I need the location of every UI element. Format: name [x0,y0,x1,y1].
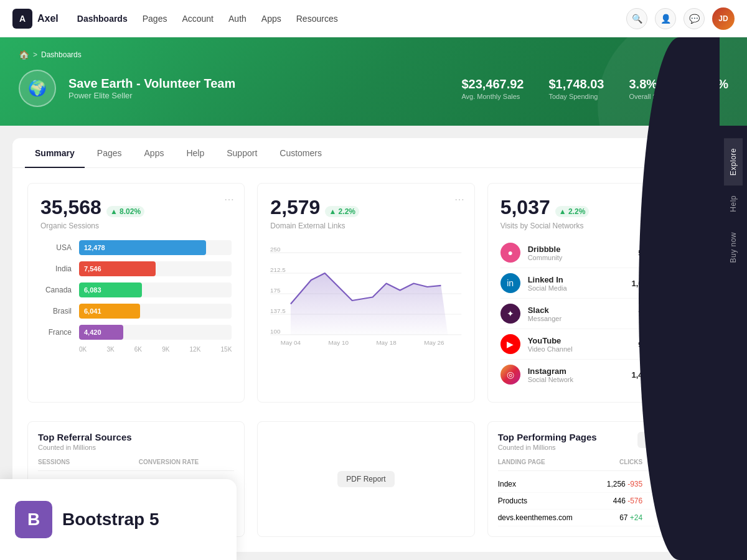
nav-apps[interactable]: Apps [261,14,281,24]
linkedin-icon: in [500,273,520,293]
bar-row-brasil: Brasil 6,041 [40,304,232,319]
tab-help[interactable]: Help [176,138,214,168]
metrics-grid: ⋯ 35,568 ▲ 8.02% Organic Sessions USA 12… [27,183,705,403]
breadcrumb-current: Dashboards [41,50,82,59]
tab-pages[interactable]: Pages [87,138,132,168]
sidebar-buynow[interactable]: Buy now [724,222,743,273]
breadcrumb-home[interactable]: 🏠 [19,50,29,60]
top-navigation: A Axel Dashboards Pages Account Auth App… [0,0,747,37]
svg-text:May 26: May 26 [425,339,445,346]
metric-external-links: ⋯ 2,579 ▲ 2.2% Domain External Links [257,183,474,403]
stat-monthly-sales-label: Avg. Monthly Sales [461,93,524,100]
logo-icon: A [12,9,32,29]
metric-value-2: 2,579 ▲ 2.2% [270,196,461,219]
youtube-icon: ▶ [500,334,520,354]
metric-badge-3: ▲ 2.2% [555,206,590,217]
svg-text:250: 250 [270,246,281,253]
metric-menu-1[interactable]: ⋯ [224,194,234,205]
svg-text:May 18: May 18 [377,339,397,346]
line-chart-container: 250 212.5 175 137.5 100 [270,238,461,352]
metric-badge-1: ▲ 8.02% [106,206,144,217]
dribbble-icon: ● [500,243,520,263]
bar-row-france: France 4,420 [40,325,232,340]
stat-monthly-sales: $23,467.92 Avg. Monthly Sales [461,77,524,100]
nav-account[interactable]: Account [182,14,214,24]
messages-button[interactable]: 💬 [684,8,705,29]
stat-monthly-sales-value: $23,467.92 [461,77,524,91]
tab-summary[interactable]: Summary [25,138,85,168]
org-info: Save Earth - Volunteer Team Power Elite … [68,77,235,100]
bar-axis: 0K 3K 6K 9K 12K 15K [40,346,232,353]
metric-menu-2[interactable]: ⋯ [454,194,464,205]
metric-organic-sessions: ⋯ 35,568 ▲ 8.02% Organic Sessions USA 12… [27,183,245,403]
svg-text:212.5: 212.5 [270,266,286,273]
notifications-button[interactable]: 👤 [655,8,676,29]
dark-decoration [639,37,720,560]
sidebar-explore[interactable]: Explore [724,138,743,185]
bar-row-canada: Canada 6,083 [40,282,232,297]
line-chart-svg: 250 212.5 175 137.5 100 [270,238,461,350]
org-name: Save Earth - Volunteer Team [68,77,235,91]
tab-apps[interactable]: Apps [134,138,174,168]
metric-badge-2: ▲ 2.2% [325,206,359,217]
bootstrap-icon: B [15,501,52,538]
bar-row-india: India 7,546 [40,261,232,276]
metric-value-1: 35,568 ▲ 8.02% [40,196,232,219]
referral-title: Top Referral Sources [38,432,234,442]
hero-banner: 🏠 > Dashboards 🌍 Save Earth - Volunteer … [0,37,747,126]
svg-text:137.5: 137.5 [270,307,286,314]
instagram-icon: ◎ [500,365,520,385]
svg-text:May 04: May 04 [281,339,301,346]
pages-title: Top Performing Pages [498,432,597,442]
svg-text:100: 100 [270,328,281,335]
bar-chart: USA 12,478 India 7,546 [40,240,232,353]
nav-resources[interactable]: Resources [296,14,338,24]
pdf-report-card: PDF Report [257,421,474,537]
org-subtitle: Power Elite Seller [68,91,235,100]
logo-name: Axel [37,13,59,24]
nav-right: 🔍 👤 💬 JD [626,7,735,30]
org-logo: 🌍 [19,70,56,107]
nav-pages[interactable]: Pages [143,14,167,24]
logo-area[interactable]: A Axel [12,9,59,29]
user-avatar[interactable]: JD [712,7,735,30]
nav-auth[interactable]: Auth [228,14,247,24]
bootstrap-overlay: B Bootstrap 5 [0,479,237,560]
tab-support[interactable]: Support [217,138,267,168]
metric-label-2: Domain External Links [270,222,461,230]
nav-links: Dashboards Pages Account Auth Apps Resou… [77,14,338,24]
nav-dashboards[interactable]: Dashboards [77,14,128,24]
svg-text:May 10: May 10 [329,339,349,346]
tab-bar: Summary Pages Apps Help Support Customer… [12,138,720,168]
search-button[interactable]: 🔍 [626,8,647,29]
bootstrap-label: Bootstrap 5 [62,510,159,530]
tab-customers[interactable]: Customers [270,138,332,168]
metric-label-1: Organic Sessions [40,222,232,230]
slack-icon: ✦ [500,304,520,324]
referral-subtitle: Counted in Millions [38,444,234,451]
bar-row-usa: USA 12,478 [40,240,232,255]
sidebar-help[interactable]: Help [724,185,743,222]
svg-text:175: 175 [270,287,281,294]
referral-header: Sessions Conversion Rate [38,459,234,471]
pdf-report-button[interactable]: PDF Report [337,471,394,487]
stat-today-spending: $1,748.03 Today Spending [549,77,604,100]
right-sidebar: Explore Help Buy now [720,126,747,560]
pages-subtitle: Counted in Millions [498,444,597,451]
